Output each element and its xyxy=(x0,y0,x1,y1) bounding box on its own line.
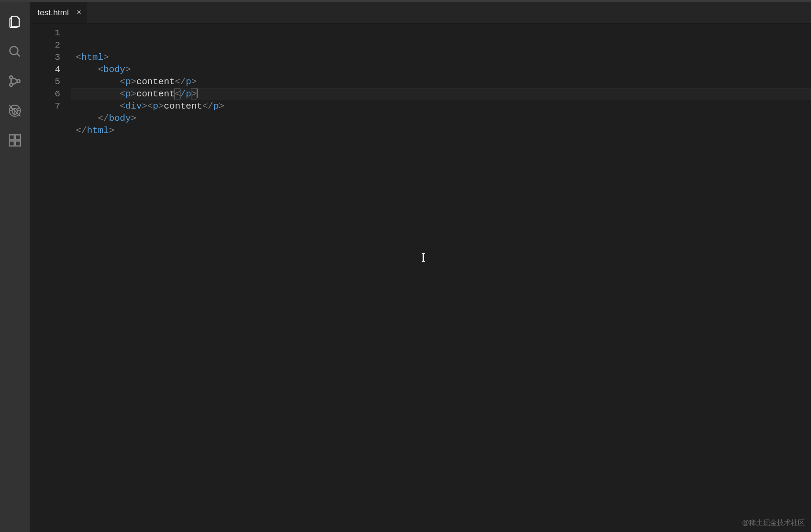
token-bracket: > xyxy=(109,126,115,136)
code-line[interactable]: <p>content</p> xyxy=(72,76,811,88)
token-bracket: < xyxy=(120,89,126,99)
tab-test-html[interactable]: test.html × xyxy=(30,2,87,23)
token-text: content xyxy=(136,89,175,99)
svg-rect-14 xyxy=(9,141,14,146)
svg-rect-15 xyxy=(15,141,20,146)
line-number: 2 xyxy=(30,39,60,51)
code-line[interactable]: <p>content</p> xyxy=(72,88,811,100)
code-line[interactable]: <body> xyxy=(72,64,811,76)
activity-bar xyxy=(0,2,30,532)
token-bracket: > xyxy=(142,101,147,111)
token-bracket: > xyxy=(131,89,136,99)
watermark-text: @稀土掘金技术社区 xyxy=(742,518,805,528)
token-bracket: < xyxy=(120,101,126,111)
token-tag: html xyxy=(87,126,109,136)
token-tag: p xyxy=(186,77,191,87)
token-bracket: < xyxy=(98,65,103,75)
token-tag: div xyxy=(125,101,142,111)
svg-line-11 xyxy=(17,108,19,109)
token-tag: p xyxy=(125,89,131,99)
line-number-gutter: 1234567 xyxy=(30,24,72,532)
token-text: content xyxy=(136,77,175,87)
code-editor[interactable]: 1234567 <html> <body> <p>content</p> <p>… xyxy=(30,24,811,532)
svg-line-1 xyxy=(17,54,20,57)
svg-rect-13 xyxy=(9,135,14,140)
code-line[interactable]: <html> xyxy=(72,51,811,64)
token-bracket: > xyxy=(191,89,198,99)
code-line[interactable]: <div><p>content</p> xyxy=(72,100,811,113)
main-layout: test.html × 1234567 <html> <body> <p>con… xyxy=(0,2,811,532)
token-tag: html xyxy=(82,52,103,62)
line-number: 1 xyxy=(30,27,60,39)
close-icon[interactable]: × xyxy=(77,8,82,17)
token-tag: p xyxy=(153,101,158,111)
debug-icon[interactable] xyxy=(0,96,30,126)
token-bracket: > xyxy=(219,101,225,111)
line-number: 5 xyxy=(30,76,60,88)
token-tag: /p xyxy=(180,89,191,99)
token-bracket: < xyxy=(120,77,126,87)
token-bracket: </ xyxy=(202,101,213,111)
line-number: 7 xyxy=(30,100,60,113)
token-bracket: > xyxy=(103,52,109,62)
token-bracket: < xyxy=(147,101,153,111)
text-cursor-ibeam: I xyxy=(421,251,426,263)
token-bracket: > xyxy=(158,101,164,111)
editor-group: test.html × 1234567 <html> <body> <p>con… xyxy=(30,2,811,532)
token-bracket: < xyxy=(76,52,82,62)
line-number: 6 xyxy=(30,88,60,100)
tab-bar: test.html × xyxy=(30,2,811,24)
token-bracket: > xyxy=(131,113,136,123)
files-icon[interactable] xyxy=(0,7,30,37)
svg-point-3 xyxy=(10,83,13,86)
source-control-icon[interactable] xyxy=(0,66,30,96)
svg-rect-16 xyxy=(15,135,20,140)
token-tag: body xyxy=(109,113,131,123)
text-caret xyxy=(197,88,198,98)
line-number: 4 xyxy=(30,64,60,76)
extensions-icon[interactable] xyxy=(0,126,30,155)
token-bracket: > xyxy=(191,77,197,87)
code-line[interactable]: </body> xyxy=(72,113,811,125)
token-tag: p xyxy=(125,77,131,87)
token-tag: body xyxy=(103,65,125,75)
token-tag: p xyxy=(213,101,219,111)
token-bracket: > xyxy=(125,65,131,75)
token-bracket: </ xyxy=(98,113,109,123)
tab-label: test.html xyxy=(37,8,69,17)
code-line[interactable]: </html> xyxy=(72,125,811,137)
token-bracket: </ xyxy=(76,126,87,136)
search-icon[interactable] xyxy=(0,37,30,66)
token-bracket: </ xyxy=(175,77,186,87)
line-number: 3 xyxy=(30,51,60,64)
token-bracket: > xyxy=(131,77,136,87)
svg-point-2 xyxy=(10,76,13,79)
svg-point-0 xyxy=(10,47,18,55)
code-content[interactable]: <html> <body> <p>content</p> <p>content<… xyxy=(72,24,811,532)
token-text: content xyxy=(164,101,202,111)
